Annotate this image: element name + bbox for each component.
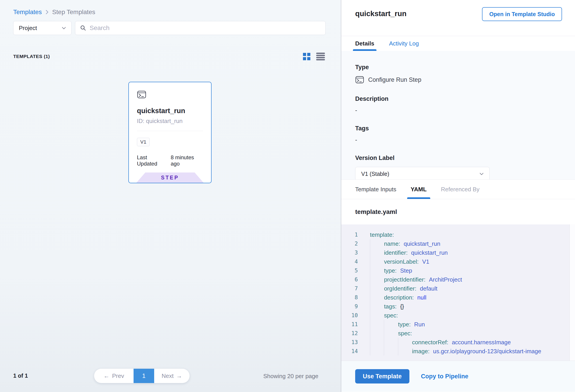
tab-referenced-by[interactable]: Referenced By: [441, 180, 479, 199]
search-box: [75, 21, 326, 35]
chevron-down-icon: [479, 172, 483, 175]
last-updated-value: 8 minutes ago: [171, 154, 203, 167]
search-input[interactable]: [90, 24, 320, 32]
yaml-line: 5 type: Step: [341, 266, 575, 275]
type-value: Configure Run Step: [368, 76, 421, 83]
last-updated: Last Updated 8 minutes ago: [137, 154, 203, 167]
last-updated-label: Last Updated: [137, 154, 168, 167]
step-type-ribbon: STEP: [137, 172, 204, 183]
tags-label: Tags: [355, 125, 561, 132]
list-icon: [316, 52, 325, 61]
run-step-icon: [355, 75, 364, 84]
template-card[interactable]: quickstart_run ID: quickstart_run V1 Las…: [128, 82, 212, 183]
yaml-line: 1template:: [341, 230, 575, 239]
version-select[interactable]: V1 (Stable): [355, 167, 490, 181]
yaml-line: 12 spec:: [341, 329, 575, 338]
card-divider: [137, 131, 203, 131]
description-value: -: [355, 107, 561, 114]
yaml-line: 7 orgIdentifier: default: [341, 284, 575, 293]
app: Templates Step Templates Project TEMPLAT…: [0, 0, 575, 392]
editor-scrollbar[interactable]: [569, 225, 575, 361]
page-summary: 1 of 1: [13, 372, 28, 379]
breadcrumb-current: Step Templates: [52, 8, 96, 16]
grid-icon: [303, 53, 310, 60]
tab-activity-log[interactable]: Activity Log: [387, 36, 421, 51]
tab-details[interactable]: Details: [353, 36, 377, 51]
tags-value: -: [355, 137, 561, 143]
open-in-template-studio-button[interactable]: Open in Template Studio: [482, 7, 562, 21]
prev-page-button[interactable]: ← Prev: [94, 369, 134, 383]
scope-select[interactable]: Project: [13, 21, 72, 35]
detail-tabs: Details Activity Log: [341, 36, 575, 51]
detail-footer: Use Template Copy to Pipeline: [341, 361, 575, 392]
next-label: Next: [162, 372, 173, 379]
view-toggles: [303, 52, 325, 61]
yaml-line: 13 connectorRef: account.harnessImage: [341, 338, 575, 347]
yaml-line: 4 versionLabel: V1: [341, 257, 575, 266]
template-card-id: ID: quickstart_run: [137, 118, 203, 125]
arrow-left-icon: ←: [103, 372, 109, 379]
type-value-row: Configure Run Step: [355, 75, 561, 84]
prev-label: Prev: [112, 372, 124, 379]
run-step-icon: [137, 90, 146, 99]
tab-yaml[interactable]: YAML: [407, 180, 430, 199]
tab-template-inputs[interactable]: Template Inputs: [355, 180, 396, 199]
yaml-editor[interactable]: 1template:2 name: quickstart_run3 identi…: [341, 225, 575, 361]
breadcrumb-templates-link[interactable]: Templates: [13, 8, 42, 16]
detail-title: quickstart_run: [355, 9, 407, 18]
templates-list-panel: Templates Step Templates Project TEMPLAT…: [0, 0, 341, 392]
copy-to-pipeline-button[interactable]: Copy to Pipeline: [421, 373, 469, 380]
yaml-line: 3 identifier: quickstart_run: [341, 248, 575, 257]
pagination: ← Prev 1 Next →: [94, 369, 190, 383]
yaml-line: 9 tags: {}: [341, 302, 575, 311]
list-view-button[interactable]: [316, 52, 325, 61]
yaml-line: 10 spec:: [341, 311, 575, 320]
yaml-file-name: template.yaml: [341, 199, 575, 225]
yaml-line: 8 description: null: [341, 293, 575, 302]
yaml-lines: 1template:2 name: quickstart_run3 identi…: [341, 230, 575, 356]
detail-sub-tabs: Template Inputs YAML Referenced By: [341, 179, 575, 199]
grid-view-button[interactable]: [303, 53, 310, 60]
description-label: Description: [355, 95, 561, 102]
chevron-down-icon: [62, 27, 66, 29]
template-details-panel: quickstart_run Open in Template Studio D…: [341, 0, 575, 392]
chevron-right-icon: [46, 9, 49, 15]
arrow-right-icon: →: [176, 372, 182, 379]
use-template-button[interactable]: Use Template: [355, 369, 409, 384]
per-page-label: Showing 20 per page: [263, 373, 318, 380]
version-select-value: V1 (Stable): [361, 171, 389, 177]
details-body: Type Configure Run Step Description - Ta…: [341, 51, 575, 179]
templates-count-label: TEMPLATES (1): [13, 54, 50, 59]
search-icon: [80, 25, 86, 31]
type-label: Type: [355, 64, 561, 71]
version-label: Version Label: [355, 155, 561, 161]
scope-select-value: Project: [19, 25, 37, 32]
yaml-line: 2 name: quickstart_run: [341, 239, 575, 248]
breadcrumb: Templates Step Templates: [13, 8, 95, 16]
template-card-title: quickstart_run: [137, 107, 203, 115]
yaml-line: 11 type: Run: [341, 320, 575, 329]
yaml-line: 14 image: us.gcr.io/playground-123/quick…: [341, 347, 575, 356]
version-badge: V1: [137, 138, 150, 146]
yaml-line: 6 projectIdentifier: ArchitProject: [341, 275, 575, 284]
current-page-button[interactable]: 1: [134, 369, 154, 383]
detail-header: quickstart_run Open in Template Studio: [341, 0, 575, 36]
next-page-button[interactable]: Next →: [154, 369, 190, 383]
